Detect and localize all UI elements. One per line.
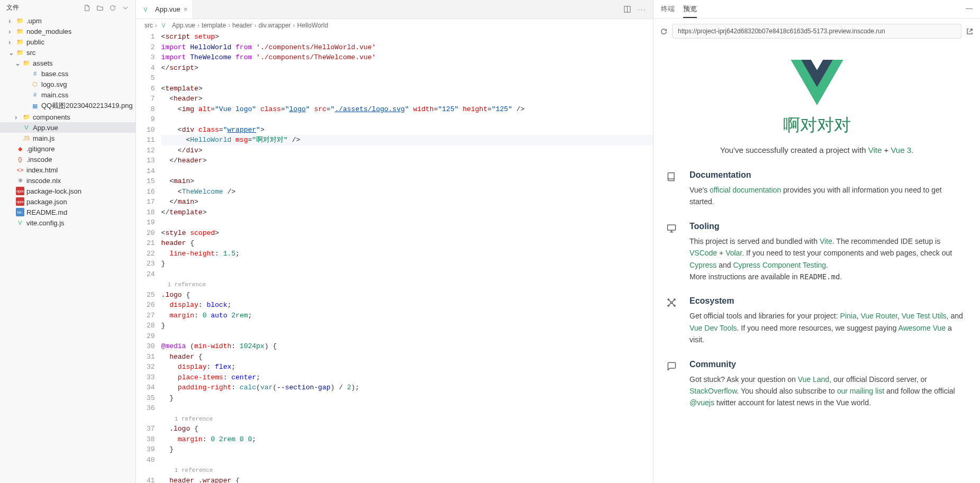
tree-item[interactable]: ❄inscode.nix — [0, 175, 135, 186]
tab-terminal[interactable]: 终端 — [661, 4, 675, 18]
refresh-icon[interactable] — [109, 4, 116, 12]
tree-item[interactable]: M↓README.md — [0, 207, 135, 217]
tree-item[interactable]: npmpackage.json — [0, 196, 135, 207]
new-folder-icon[interactable] — [96, 4, 104, 12]
book-icon — [666, 171, 677, 182]
svg-rect-2 — [668, 225, 676, 230]
breadcrumb[interactable]: src›VApp.vue›template›header›div.wrapper… — [136, 19, 653, 32]
link-vue3[interactable]: Vue 3 — [891, 145, 911, 154]
tree-item[interactable]: #base.css — [0, 68, 135, 79]
tree-item[interactable]: ⌄📁src — [0, 47, 135, 58]
editor-tabs: V App.vue × ··· — [136, 0, 653, 19]
tree-item[interactable]: Vvite.config.js — [0, 217, 135, 228]
tree-item[interactable]: ›📁public — [0, 37, 135, 47]
tree-item[interactable]: #main.css — [0, 89, 135, 100]
tree-item[interactable]: ›📁components — [0, 112, 135, 122]
ecosystem-icon — [666, 297, 677, 308]
tree-item[interactable]: ⌄📁assets — [0, 58, 135, 68]
tab-app-vue[interactable]: V App.vue × — [136, 0, 193, 19]
page-heading: 啊对对对 — [666, 114, 967, 137]
link-official-docs[interactable]: official documentation — [710, 186, 781, 194]
subtitle: You've successfully created a project wi… — [666, 145, 967, 154]
tree-item[interactable]: ›📁.upm — [0, 15, 135, 26]
tab-preview[interactable]: 预览 — [683, 4, 697, 18]
new-file-icon[interactable] — [84, 4, 91, 12]
more-icon[interactable]: ··· — [638, 5, 647, 13]
minimize-icon[interactable]: — — [966, 4, 973, 18]
vue-icon: V — [141, 5, 150, 14]
tree-item[interactable]: JSmain.js — [0, 133, 135, 143]
sidebar-title: 文件 — [6, 3, 19, 12]
tree-item[interactable]: <>index.html — [0, 165, 135, 175]
collapse-icon[interactable] — [122, 4, 129, 12]
section-title-ecosystem: Ecosystem — [689, 296, 967, 306]
tooling-icon — [666, 223, 677, 233]
preview-url-input[interactable] — [672, 24, 961, 39]
preview-content: 啊对对对 You've successfully created a proje… — [654, 44, 980, 483]
tree-item[interactable]: {}.inscode — [0, 154, 135, 165]
tree-item[interactable]: ◆.gitignore — [0, 143, 135, 154]
tree-item[interactable]: npmpackage-lock.json — [0, 186, 135, 196]
preview-pane: 终端 预览 — 啊对对对 You've successfully created… — [653, 0, 980, 483]
link-vite[interactable]: Vite — [868, 145, 882, 154]
reload-icon[interactable] — [660, 28, 668, 35]
code-editor[interactable]: 1234567891011121314151617181920212223242… — [136, 32, 653, 483]
section-title-tooling: Tooling — [689, 222, 967, 231]
editor-area: V App.vue × ··· src›VApp.vue›template›he… — [136, 0, 653, 483]
tab-label: App.vue — [155, 5, 180, 13]
tree-item[interactable]: ⬡logo.svg — [0, 79, 135, 89]
vue-logo-icon — [791, 60, 843, 105]
file-explorer: 文件 ›📁.upm›📁node_modules›📁public⌄📁src⌄📁as… — [0, 0, 136, 483]
section-title-doc: Documentation — [689, 170, 967, 180]
tree-item[interactable]: ›📁node_modules — [0, 26, 135, 37]
split-editor-icon[interactable] — [623, 5, 631, 13]
tree-item[interactable]: ▦QQ截图20230402213419.png — [0, 100, 135, 112]
community-icon — [666, 361, 677, 371]
section-title-community: Community — [689, 360, 967, 369]
tree-item[interactable]: VApp.vue — [0, 122, 135, 133]
close-icon[interactable]: × — [184, 5, 188, 13]
open-external-icon[interactable] — [966, 28, 974, 35]
